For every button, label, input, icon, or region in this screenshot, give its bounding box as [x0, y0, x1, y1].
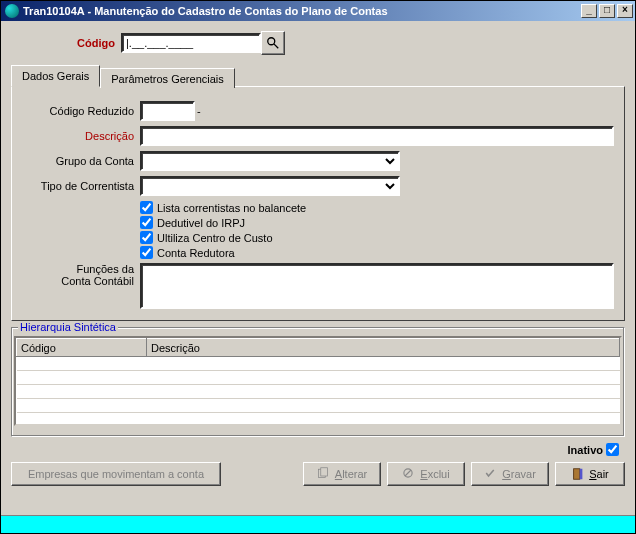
- row-grupo-conta: Grupo da Conta: [22, 151, 614, 171]
- svg-line-5: [405, 470, 411, 476]
- codigo-input[interactable]: [121, 33, 261, 53]
- tab-strip: Dados Gerais Parâmetros Gerenciais: [11, 65, 625, 87]
- col-descricao[interactable]: Descrição: [147, 339, 620, 357]
- save-icon: [484, 467, 498, 481]
- search-icon: [266, 36, 280, 50]
- funcoes-textarea[interactable]: [140, 263, 614, 309]
- app-window: Tran10104A - Manutenção do Cadastro de C…: [0, 0, 636, 534]
- codigo-row: Código: [11, 27, 625, 65]
- hierarquia-grid[interactable]: Código Descrição: [16, 338, 620, 413]
- col-codigo[interactable]: Código: [17, 339, 147, 357]
- row-chk-conta-redutora: Conta Redutora: [140, 246, 614, 259]
- table-row[interactable]: [17, 385, 620, 399]
- table-row[interactable]: [17, 357, 620, 371]
- chk-centro-custo[interactable]: [140, 231, 153, 244]
- alterar-label: Alterar: [335, 468, 367, 480]
- exit-icon: [571, 467, 585, 481]
- close-button[interactable]: ×: [617, 4, 633, 18]
- codigo-reduzido-label: Código Reduzido: [22, 105, 140, 117]
- hierarquia-grid-wrap: Código Descrição: [14, 336, 622, 426]
- maximize-button[interactable]: □: [599, 4, 615, 18]
- tab-label: Parâmetros Gerenciais: [111, 73, 224, 85]
- client-area: Código Dados Gerais Parâmetros Gerenciai…: [1, 21, 635, 515]
- row-tipo-correntista: Tipo de Correntista: [22, 176, 614, 196]
- minimize-button[interactable]: _: [581, 4, 597, 18]
- status-row: Inativo: [11, 437, 625, 458]
- row-chk-lista-correntistas: Lista correntistas no balancete: [140, 201, 614, 214]
- descricao-input[interactable]: [140, 126, 614, 146]
- empresas-button[interactable]: Empresas que movimentam a conta: [11, 462, 221, 486]
- status-bar: [1, 515, 635, 533]
- chk-centro-custo-label: Ultiliza Centro de Custo: [157, 232, 273, 244]
- sair-label: Sair: [589, 468, 609, 480]
- chk-conta-redutora[interactable]: [140, 246, 153, 259]
- delete-icon: [402, 467, 416, 481]
- funcoes-label: Funções da Conta Contábil: [22, 263, 140, 287]
- row-funcoes: Funções da Conta Contábil: [22, 263, 614, 309]
- tipo-correntista-label: Tipo de Correntista: [22, 180, 140, 192]
- tipo-correntista-select[interactable]: [140, 176, 400, 196]
- svg-rect-3: [321, 468, 328, 476]
- svg-rect-7: [580, 469, 583, 480]
- gravar-label: Gravar: [502, 468, 536, 480]
- inativo-label: Inativo: [568, 444, 603, 456]
- row-descricao: Descrição: [22, 126, 614, 146]
- alterar-button[interactable]: Alterar: [303, 462, 381, 486]
- excluir-button[interactable]: EExcluixclui: [387, 462, 465, 486]
- search-button[interactable]: [261, 31, 285, 55]
- svg-point-0: [268, 38, 275, 45]
- chk-lista-correntistas-label: Lista correntistas no balancete: [157, 202, 306, 214]
- grupo-conta-label: Grupo da Conta: [22, 155, 140, 167]
- inativo-checkbox[interactable]: [606, 443, 619, 456]
- gravar-button[interactable]: Gravar: [471, 462, 549, 486]
- edit-icon: [317, 467, 331, 481]
- empresas-button-label: Empresas que movimentam a conta: [28, 468, 204, 480]
- button-bar: Empresas que movimentam a conta Alterar …: [11, 458, 625, 488]
- tab-label: Dados Gerais: [22, 70, 89, 82]
- excluir-label: EExcluixclui: [420, 468, 449, 480]
- row-codigo-reduzido: Código Reduzido -: [22, 101, 614, 121]
- chk-lista-correntistas[interactable]: [140, 201, 153, 214]
- tab-panel-dados-gerais: Código Reduzido - Descrição Grupo da Con…: [11, 86, 625, 321]
- table-row[interactable]: [17, 399, 620, 413]
- row-chk-centro-custo: Ultiliza Centro de Custo: [140, 231, 614, 244]
- codigo-reduzido-input[interactable]: [140, 101, 195, 121]
- chk-dedutivel-irpj[interactable]: [140, 216, 153, 229]
- descricao-label: Descrição: [22, 130, 140, 142]
- table-row[interactable]: [17, 371, 620, 385]
- tab-dados-gerais[interactable]: Dados Gerais: [11, 65, 100, 87]
- window-title: Tran10104A - Manutenção do Cadastro de C…: [23, 5, 579, 17]
- app-icon: [5, 4, 19, 18]
- titlebar: Tran10104A - Manutenção do Cadastro de C…: [1, 1, 635, 21]
- svg-rect-6: [574, 469, 580, 480]
- codigo-label: Código: [21, 37, 121, 49]
- chk-dedutivel-irpj-label: Dedutivel do IRPJ: [157, 217, 245, 229]
- tab-parametros-gerenciais[interactable]: Parâmetros Gerenciais: [100, 68, 235, 88]
- hierarquia-title: Hierarquia Sintética: [18, 321, 118, 333]
- sair-button[interactable]: Sair: [555, 462, 625, 486]
- codigo-reduzido-dash: -: [197, 105, 201, 117]
- chk-conta-redutora-label: Conta Redutora: [157, 247, 235, 259]
- row-chk-dedutivel-irpj: Dedutivel do IRPJ: [140, 216, 614, 229]
- svg-line-1: [274, 44, 278, 48]
- hierarquia-group: Hierarquia Sintética Código Descrição: [11, 327, 625, 437]
- grupo-conta-select[interactable]: [140, 151, 400, 171]
